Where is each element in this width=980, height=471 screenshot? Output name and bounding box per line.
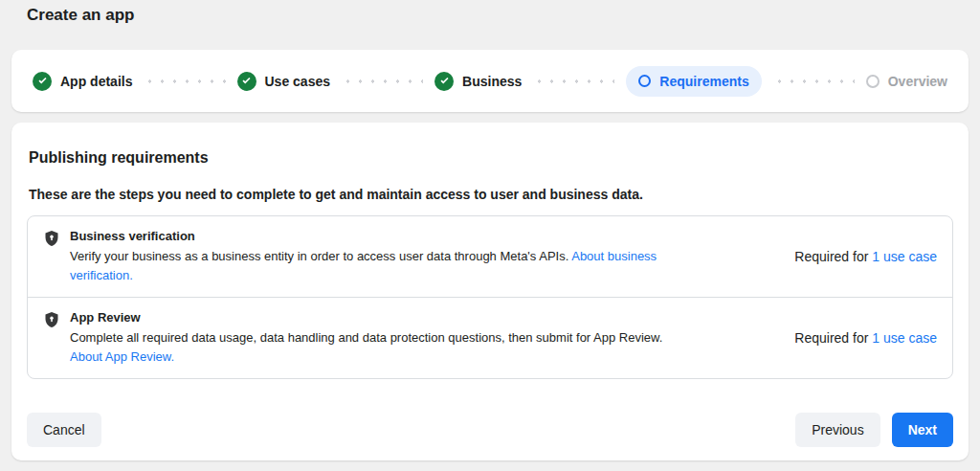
stepper-dotted-connector — [773, 79, 855, 83]
circle-outline-icon — [866, 75, 880, 88]
section-subheading: These are the steps you need to complete… — [29, 187, 953, 202]
use-case-count-link[interactable]: 1 use case — [872, 330, 937, 346]
stepper-step-requirements-current[interactable]: Requirements — [626, 66, 761, 97]
about-app-review-link[interactable]: About App Review. — [70, 349, 174, 364]
requirement-description: Verify your business as a business entit… — [70, 249, 568, 263]
requirement-row-app-review: App Review Complete all required data us… — [28, 297, 952, 378]
required-for-label: Required for — [794, 249, 868, 264]
stepper-step-overview: Overview — [866, 74, 947, 89]
circle-outline-icon — [638, 75, 651, 87]
check-circle-icon — [434, 72, 454, 91]
page-title: Create an app — [27, 6, 134, 25]
requirement-title: App Review — [70, 310, 692, 325]
stepper-step-app-details[interactable]: App details — [33, 72, 132, 91]
requirement-description: Complete all required data usage, data h… — [70, 330, 662, 345]
stepper: App details Use cases Business Requireme… — [11, 50, 969, 112]
requirement-title: Business verification — [70, 229, 692, 243]
use-case-count-link[interactable]: 1 use case — [872, 249, 937, 264]
shield-icon — [43, 230, 60, 284]
check-circle-icon — [33, 72, 52, 91]
next-button[interactable]: Next — [892, 413, 953, 447]
step-label: Requirements — [659, 74, 748, 89]
step-label: App details — [60, 74, 132, 89]
step-label: Overview — [888, 74, 947, 89]
requirement-row-business-verification: Business verification Verify your busine… — [28, 216, 952, 297]
stepper-step-use-cases[interactable]: Use cases — [237, 72, 331, 91]
required-for-label: Required for — [794, 330, 868, 346]
section-heading: Publishing requirements — [29, 149, 953, 167]
stepper-step-business[interactable]: Business — [434, 72, 522, 91]
step-label: Use cases — [265, 74, 331, 89]
stepper-dotted-connector — [342, 79, 423, 83]
step-label: Business — [462, 74, 522, 89]
check-circle-icon — [237, 72, 256, 91]
publishing-requirements-card: Publishing requirements These are the st… — [11, 123, 969, 460]
stepper-dotted-connector — [144, 79, 225, 83]
shield-icon — [43, 311, 60, 366]
action-bar: Cancel Previous Next — [27, 413, 953, 447]
cancel-button[interactable]: Cancel — [27, 413, 101, 447]
previous-button[interactable]: Previous — [795, 413, 880, 447]
requirements-list: Business verification Verify your busine… — [27, 215, 953, 379]
stepper-dotted-connector — [533, 79, 614, 83]
